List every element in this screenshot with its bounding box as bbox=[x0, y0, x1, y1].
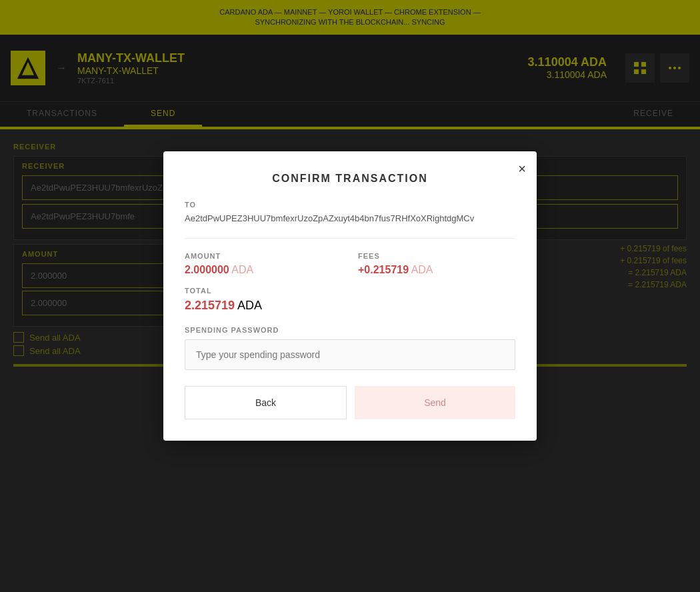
modal-overlay: × CONFIRM TRANSACTION TO Ae2tdPwUPEZ3HUU… bbox=[0, 0, 700, 592]
modal-close-button[interactable]: × bbox=[518, 162, 526, 175]
send-button[interactable]: Send bbox=[355, 386, 515, 419]
modal-fees-label: FEES bbox=[358, 252, 515, 260]
modal-address: Ae2tdPwUPEZ3HUU7bmfexrUzoZpAZxuyt4b4bn7f… bbox=[185, 213, 515, 225]
modal-buttons: Back Send bbox=[185, 386, 515, 419]
modal-fees-value: +0.215719 ADA bbox=[358, 264, 515, 276]
modal-title: CONFIRM TRANSACTION bbox=[185, 173, 515, 185]
modal-amount-num: 2.000000 bbox=[185, 264, 229, 275]
modal-password-label: SPENDING PASSWORD bbox=[185, 326, 515, 334]
modal-amount-section: AMOUNT 2.000000 ADA bbox=[185, 252, 342, 276]
modal-amount-value: 2.000000 ADA bbox=[185, 264, 342, 276]
modal-fees-num: +0.215719 bbox=[358, 264, 409, 275]
modal-amount-unit: ADA bbox=[231, 264, 253, 275]
divider bbox=[185, 238, 515, 239]
modal-amount-label: AMOUNT bbox=[185, 252, 342, 260]
modal-amounts: AMOUNT 2.000000 ADA FEES +0.215719 ADA bbox=[185, 252, 515, 276]
modal-total-value: 2.215719 ADA bbox=[185, 299, 515, 313]
modal-total-unit: ADA bbox=[237, 299, 262, 312]
back-button[interactable]: Back bbox=[185, 386, 347, 419]
confirm-transaction-modal: × CONFIRM TRANSACTION TO Ae2tdPwUPEZ3HUU… bbox=[163, 151, 537, 441]
modal-to-label: TO bbox=[185, 201, 515, 209]
spending-password-input[interactable] bbox=[185, 339, 515, 370]
modal-fees-section: FEES +0.215719 ADA bbox=[358, 252, 515, 276]
modal-total-label: TOTAL bbox=[185, 287, 515, 295]
modal-fees-unit: ADA bbox=[411, 264, 433, 275]
modal-total-num: 2.215719 bbox=[185, 299, 235, 312]
